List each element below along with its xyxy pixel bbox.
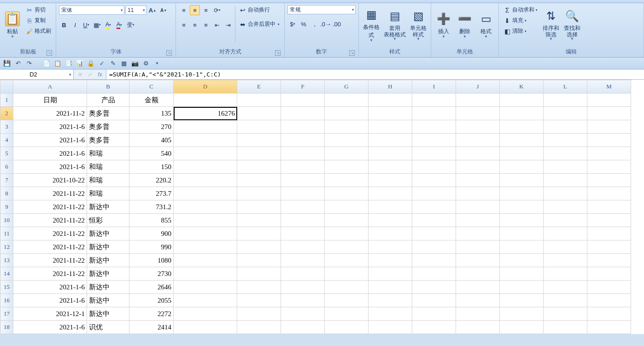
cancel-icon[interactable]: ✕ (76, 71, 84, 78)
cell[interactable] (281, 214, 325, 227)
row-header[interactable]: 6 (0, 160, 13, 174)
row-header[interactable]: 1 (0, 94, 13, 107)
cell[interactable] (587, 281, 631, 294)
redo-button[interactable]: ↷ (25, 59, 33, 68)
cell[interactable] (174, 294, 237, 307)
cell[interactable] (500, 321, 544, 334)
cell[interactable]: 2021-1-6 (13, 160, 87, 174)
copy-button[interactable]: ⎘复制 (24, 16, 53, 25)
cell[interactable] (325, 94, 369, 107)
cell[interactable] (412, 107, 456, 120)
cell[interactable] (174, 174, 237, 187)
cell[interactable] (174, 240, 237, 254)
cell[interactable] (500, 200, 544, 214)
cell[interactable]: 奥多普 (87, 120, 129, 134)
cell[interactable] (412, 147, 456, 160)
cell[interactable] (237, 160, 281, 174)
percent-button[interactable]: % (299, 19, 309, 29)
row-header[interactable]: 11 (0, 227, 13, 240)
cell[interactable] (281, 187, 325, 200)
cell[interactable]: 2021-11-2 (13, 107, 87, 120)
cell[interactable] (412, 281, 456, 294)
cell[interactable] (237, 147, 281, 160)
insert-cells-button[interactable]: ➕插入▼ (433, 4, 454, 46)
cell[interactable] (174, 281, 237, 294)
paste-button[interactable]: 📋 粘贴 ▼ (2, 4, 23, 46)
cell[interactable]: 2021-11-22 (13, 200, 87, 214)
cell[interactable] (369, 147, 412, 160)
qat-icon[interactable]: 🔒 (87, 59, 95, 68)
cell[interactable] (587, 240, 631, 254)
cell[interactable] (500, 94, 544, 107)
cell-styles-button[interactable]: ▧单元格 样式▼ (408, 4, 429, 46)
row-header[interactable]: 5 (0, 147, 13, 160)
conditional-format-button[interactable]: ▦条件格式▼ (361, 4, 382, 46)
cell[interactable] (325, 254, 369, 267)
cell[interactable] (325, 321, 369, 334)
column-header[interactable]: C (129, 80, 174, 94)
cell[interactable]: 新达中 (87, 227, 129, 240)
cell[interactable] (325, 147, 369, 160)
cell[interactable] (412, 174, 456, 187)
wrap-text-button[interactable]: ↩自动换行 (237, 5, 281, 15)
column-header[interactable]: J (456, 80, 500, 94)
cell[interactable]: 日期 (13, 94, 87, 107)
format-painter-button[interactable]: 🖌格式刷 (24, 26, 53, 36)
align-right-button[interactable]: ≡ (201, 20, 211, 30)
cell[interactable] (281, 120, 325, 134)
cell[interactable]: 2730 (129, 267, 174, 281)
cell[interactable]: 2021-11-22 (13, 227, 87, 240)
cell[interactable] (456, 321, 500, 334)
cell[interactable] (456, 160, 500, 174)
font-color-button[interactable]: A▾ (114, 20, 124, 30)
cell[interactable] (544, 294, 587, 307)
cell[interactable]: 273.7 (129, 187, 174, 200)
bold-button[interactable]: B (59, 20, 69, 30)
cell[interactable] (281, 254, 325, 267)
cell[interactable] (369, 107, 412, 120)
format-as-table-button[interactable]: ▤套用 表格格式▼ (382, 4, 408, 46)
cell[interactable] (325, 281, 369, 294)
column-header[interactable]: E (237, 80, 281, 94)
cell[interactable] (281, 134, 325, 147)
cell[interactable]: 405 (129, 134, 174, 147)
column-header[interactable]: H (369, 80, 412, 94)
cell[interactable] (369, 120, 412, 134)
save-button[interactable]: 💾 (3, 59, 11, 68)
row-header[interactable]: 2 (0, 107, 13, 120)
column-header[interactable]: D (174, 80, 237, 94)
qat-icon[interactable]: 📄 (42, 59, 51, 68)
cell[interactable]: 2646 (129, 281, 174, 294)
cell[interactable] (325, 134, 369, 147)
cell[interactable] (587, 307, 631, 321)
cell[interactable] (174, 307, 237, 321)
cell[interactable]: 新达中 (87, 240, 129, 254)
cell[interactable] (587, 107, 631, 120)
comma-button[interactable]: , (310, 19, 320, 29)
cell[interactable] (237, 200, 281, 214)
cell[interactable] (412, 294, 456, 307)
qat-icon[interactable]: 📷 (131, 59, 139, 68)
qat-icon[interactable]: 📑 (64, 59, 73, 68)
cell[interactable] (369, 294, 412, 307)
row-header[interactable]: 9 (0, 200, 13, 214)
cell[interactable] (174, 254, 237, 267)
column-header[interactable]: I (412, 80, 456, 94)
accounting-button[interactable]: $▾ (287, 19, 298, 29)
cell[interactable] (281, 200, 325, 214)
merge-center-button[interactable]: ⬌合并后居中▾ (237, 19, 281, 29)
cell[interactable] (174, 214, 237, 227)
cell[interactable]: 2021-1-6 (13, 294, 87, 307)
launcher-icon[interactable]: ↘ (275, 50, 281, 56)
cell[interactable] (544, 240, 587, 254)
cell[interactable]: 2021-1-6 (13, 321, 87, 334)
font-size-combo[interactable]: 11 (125, 6, 146, 15)
number-format-combo[interactable]: 常规 (287, 5, 356, 14)
cell[interactable] (412, 134, 456, 147)
cell[interactable] (237, 294, 281, 307)
row-header[interactable]: 16 (0, 294, 13, 307)
cell[interactable]: 恒彩 (87, 214, 129, 227)
cell[interactable] (587, 294, 631, 307)
cell[interactable] (412, 240, 456, 254)
cell[interactable] (174, 120, 237, 134)
